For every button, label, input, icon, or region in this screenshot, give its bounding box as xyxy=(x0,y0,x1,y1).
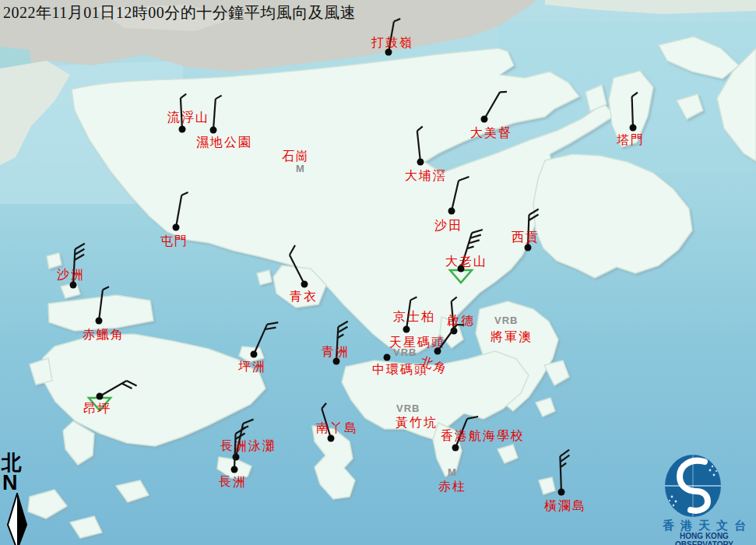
wind-barb-icon xyxy=(631,93,638,128)
wind-barb-icon xyxy=(417,126,426,162)
wind-barb-icon xyxy=(484,89,507,122)
station-marker-cheung-chau xyxy=(184,419,285,520)
vrb-annotation-star-ferry: VRB xyxy=(393,346,417,358)
station-marker-tsing-yi xyxy=(254,234,355,335)
station-dot xyxy=(97,393,104,400)
station-label-cheung-chau: 長洲 xyxy=(219,474,247,490)
station-label-tsing-yi: 青衣 xyxy=(290,289,318,305)
station-marker-ta-kwu-ling xyxy=(338,2,439,103)
north-compass: 北 N xyxy=(2,453,33,545)
wind-map-stage: 2022年11月01日12時00分的十分鐘平均風向及風速 打鼓嶺流浮山濕地公園石… xyxy=(0,0,756,545)
station-marker-lau-fau-shan xyxy=(132,79,233,180)
station-marker-sai-kung xyxy=(477,197,578,298)
station-marker-tai-mei-tuk xyxy=(434,69,535,170)
station-dot xyxy=(403,326,410,333)
station-dot xyxy=(96,318,103,325)
station-label-waglan-island: 橫瀾島 xyxy=(544,498,586,515)
station-dot xyxy=(251,351,258,358)
north-arrow-icon xyxy=(2,493,33,545)
missing-annotation-shek-kong: M xyxy=(296,163,305,174)
station-label-tuen-mun: 屯門 xyxy=(160,234,188,250)
station-marker-ngong-ping xyxy=(49,346,150,447)
stations-layer: 打鼓嶺流浮山濕地公園石崗M大美督塔門大埔滘沙田西貢屯門沙洲大老山青衣赤鱲角坪洲昂… xyxy=(0,0,756,545)
station-label-wetland-park: 濕地公園 xyxy=(196,135,252,151)
station-label-tates-cairn: 大老山 xyxy=(445,254,487,270)
station-label-cheung-chau-beach: 長洲泳灘 xyxy=(220,438,276,455)
station-label-hk-sea-school: 香港航海學校 xyxy=(441,428,525,445)
station-dot xyxy=(231,466,238,473)
station-dot xyxy=(210,127,217,134)
station-marker-lamma-island xyxy=(280,388,382,489)
wind-barb-icon xyxy=(99,286,109,322)
station-dot xyxy=(301,281,308,288)
station-label-peng-chau: 坪洲 xyxy=(238,359,266,375)
station-dot xyxy=(173,224,180,231)
compass-letter: N xyxy=(2,473,33,493)
station-label-kai-tak: 啟德 xyxy=(447,313,475,329)
station-label-tap-mun: 塔門 xyxy=(617,132,645,149)
station-marker-cheung-chau-beach xyxy=(185,406,287,508)
station-label-stanley: 赤柱 xyxy=(438,479,466,495)
station-label-lau-fau-shan: 流浮山 xyxy=(167,110,209,126)
station-marker-tai-po-kau xyxy=(370,111,471,213)
station-label-ngong-ping: 昂坪 xyxy=(83,401,111,417)
station-dot xyxy=(179,126,186,133)
missing-annotation-stanley: M xyxy=(448,466,457,478)
wind-barb-icon xyxy=(452,174,469,213)
green-triangle-icon xyxy=(450,270,472,283)
station-label-tai-mei-tuk: 大美督 xyxy=(470,125,512,142)
station-dot xyxy=(481,116,488,123)
wind-barb-icon xyxy=(176,192,188,229)
station-label-kings-park: 京士柏 xyxy=(393,309,435,325)
station-marker-tap-mun xyxy=(582,77,684,178)
station-label-wong-chuk-hang: 黃竹坑 xyxy=(396,415,438,431)
hko-logo-icon xyxy=(652,452,756,519)
wind-barb-icon xyxy=(213,95,222,130)
station-label-chek-lap-kok: 赤鱲角 xyxy=(83,327,125,343)
station-marker-wetland-park xyxy=(163,79,264,181)
vrb-annotation-wong-chuk-hang: VRB xyxy=(396,403,420,414)
station-label-sha-chau: 沙洲 xyxy=(57,267,85,283)
station-marker-sha-chau xyxy=(23,234,124,336)
wind-barb-icon xyxy=(254,318,278,358)
vrb-annotation-tseung-kwan-o: VRB xyxy=(494,315,518,326)
station-label-lamma-island: 南丫島 xyxy=(316,420,358,437)
station-dot xyxy=(558,489,565,496)
hko-logo: 香港天文台 HONG KONG OBSERVATORY xyxy=(652,452,756,545)
station-label-sha-tin: 沙田 xyxy=(434,218,462,234)
station-label-tseung-kwan-o: 將軍澳 xyxy=(491,329,533,346)
station-dot xyxy=(452,445,459,452)
station-marker-green-island xyxy=(286,311,387,412)
station-label-green-island: 青洲 xyxy=(322,344,350,360)
wind-barb-icon xyxy=(560,450,571,492)
station-label-ta-kwu-ling: 打鼓嶺 xyxy=(371,35,413,51)
station-marker-waglan-island xyxy=(511,441,612,543)
station-marker-peng-chau xyxy=(203,304,304,405)
station-dot xyxy=(417,159,424,166)
station-marker-tuen-mun xyxy=(125,177,227,278)
station-label-sai-kung: 西貢 xyxy=(512,230,540,246)
station-dot xyxy=(630,125,637,132)
hko-name-en: HONG KONG OBSERVATORY xyxy=(651,532,756,545)
station-label-tai-po-kau: 大埔滘 xyxy=(405,168,447,185)
station-dot xyxy=(384,354,391,361)
station-dot xyxy=(448,208,455,215)
wind-barb-icon xyxy=(287,245,312,284)
station-marker-chek-lap-kok xyxy=(48,270,149,371)
